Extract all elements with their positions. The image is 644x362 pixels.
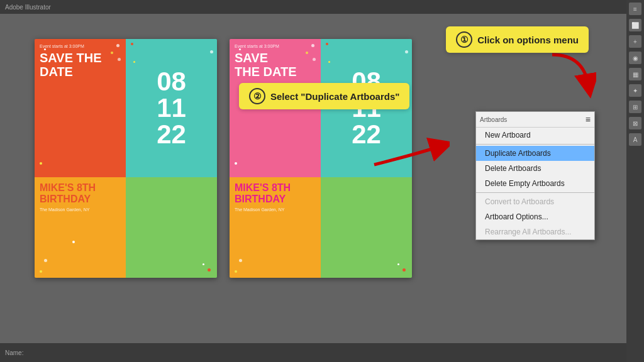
callout-2-text: Select "Duplicate Artboards" (270, 91, 399, 102)
arrow-2-svg (362, 124, 450, 168)
canvas-area: Event starts at 3:00PM SAVE THE DATE MIK… (0, 14, 626, 343)
panel-icon-transform[interactable]: + (629, 35, 641, 48)
bottom-bar: Name: (0, 343, 626, 362)
card1-date-22: 22 (157, 121, 186, 148)
menu-close-icon[interactable]: ≡ (586, 114, 591, 124)
card1-date-08: 08 (157, 69, 186, 95)
step-1-circle: ① (456, 31, 472, 48)
panel-icon-artboard[interactable]: ⬜ (629, 19, 641, 31)
menu-header: Artboards ≡ (476, 112, 594, 128)
card2-bottom-left: MIKE'S 8TH BIRTHDAY The Madison Garden, … (230, 177, 321, 278)
arrow-1-svg (546, 48, 596, 99)
card2-event-starts: Event starts at 3:00PM (235, 44, 316, 48)
card1-top-left: Event starts at 3:00PM SAVE THE DATE (35, 39, 126, 177)
app-title: Adobe Illustrator (5, 4, 51, 11)
context-menu: Artboards ≡ New Artboard Duplicate Artbo… (475, 111, 595, 240)
card2-mikes: MIKE'S 8TH BIRTHDAY (235, 182, 316, 204)
menu-item-delete[interactable]: Delete Artboards (476, 161, 594, 176)
card1-bottom-left: MIKE'S 8TH BIRTHDAY The Madison Garden, … (35, 177, 126, 278)
artboard-1: Event starts at 3:00PM SAVE THE DATE MIK… (35, 39, 217, 278)
panel-icon-color[interactable]: ◉ (629, 52, 641, 64)
card1-bottom-right (126, 177, 217, 278)
menu-item-duplicate[interactable]: Duplicate Artboards (476, 146, 594, 161)
card1-save-date: SAVE THE DATE (40, 51, 121, 79)
card1-event-starts: Event starts at 3:00PM (40, 44, 121, 48)
card1-mikes: MIKE'S 8TH BIRTHDAY (40, 182, 121, 204)
step-2-circle: ② (249, 88, 265, 104)
panel-icon-swatches[interactable]: ▦ (629, 68, 641, 80)
card2-save-date: SAVETHE DATE (235, 51, 316, 79)
panel-icon-align[interactable]: ⊞ (629, 101, 641, 113)
panel-icon-brush[interactable]: ✦ (629, 84, 641, 97)
menu-header-label: Artboards (480, 116, 507, 123)
right-panel: ≡ ⬜ + ◉ ▦ ✦ ⊞ ⊠ A (626, 0, 644, 362)
callout-1: ① Click on options menu (446, 26, 589, 53)
menu-item-convert: Convert to Artboards (476, 194, 594, 209)
top-bar: Adobe Illustrator (0, 0, 644, 14)
panel-icon-pathfinder[interactable]: ⊠ (629, 117, 641, 129)
bottom-info: Name: (5, 349, 23, 356)
menu-item-rearrange: Rearrange All Artboards... (476, 224, 594, 239)
menu-separator-2 (476, 192, 594, 193)
card2-bottom-right (321, 177, 412, 278)
menu-item-new-artboard[interactable]: New Artboard (476, 128, 594, 143)
card1-location: The Madison Garden, NY (40, 207, 121, 212)
menu-item-options[interactable]: Artboard Options... (476, 209, 594, 224)
panel-icon-layers[interactable]: ≡ (629, 3, 641, 15)
card2-location: The Madison Garden, NY (235, 207, 316, 212)
menu-item-delete-empty[interactable]: Delete Empty Artboards (476, 176, 594, 191)
panel-icon-char[interactable]: A (629, 133, 641, 146)
callout-2: ② Select "Duplicate Artboards" (239, 83, 409, 109)
menu-separator-1 (476, 144, 594, 145)
card1-date-11: 11 (157, 95, 186, 121)
card1-top-right: 08 11 22 (126, 39, 217, 177)
callout-1-text: Click on options menu (477, 35, 579, 45)
